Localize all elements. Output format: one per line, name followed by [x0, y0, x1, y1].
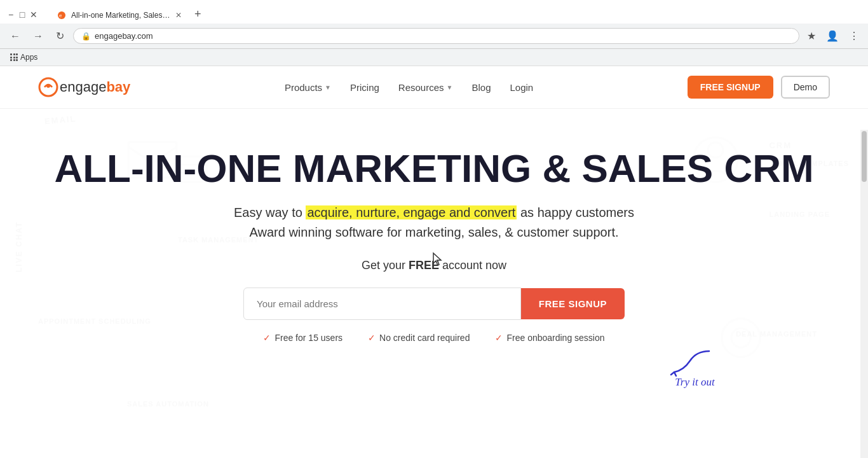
- hero-subtitle-pre: Easy way to: [234, 205, 306, 219]
- try-it-text: Try it out: [674, 376, 715, 389]
- nav-products-label: Products: [285, 82, 322, 93]
- bookmark-star-button[interactable]: ★: [804, 27, 818, 45]
- logo-text: engagebay: [60, 79, 130, 95]
- forward-button[interactable]: →: [29, 28, 47, 45]
- logo-icon: [38, 77, 58, 97]
- nav-actions: FREE SIGNUP Demo: [688, 76, 830, 99]
- tab-close-button[interactable]: ✕: [175, 11, 182, 20]
- maximize-button[interactable]: □: [18, 10, 27, 19]
- try-it-out-annotation: Try it out: [665, 348, 715, 389]
- benefit-item-1: ✓ No credit card required: [368, 333, 470, 343]
- window-controls[interactable]: − □ ✕: [6, 10, 38, 19]
- benefit-item-2: ✓ Free onboarding session: [495, 333, 604, 343]
- lock-icon: 🔒: [81, 32, 91, 41]
- hero-subtitle: Easy way to acquire, nurture, engage and…: [13, 205, 855, 220]
- close-button[interactable]: ✕: [29, 10, 38, 19]
- nav-products[interactable]: Products ▼: [285, 82, 331, 93]
- tab-title: All-in-one Marketing, Sales, Supp...: [71, 11, 170, 20]
- hero-subtitle2: Award winning software for marketing, sa…: [13, 225, 855, 240]
- new-tab-button[interactable]: +: [189, 5, 207, 24]
- browser-chrome: − □ ✕ e All-in-one Marketing, Sales, Sup…: [0, 0, 868, 66]
- resources-chevron-icon: ▼: [447, 84, 453, 91]
- free-signup-button[interactable]: FREE SIGNUP: [688, 76, 773, 99]
- browser-titlebar: − □ ✕ e All-in-one Marketing, Sales, Sup…: [0, 0, 868, 24]
- apps-grid-icon: [10, 53, 18, 61]
- check-icon-2: ✓: [495, 333, 503, 343]
- hero-title: ALL-IN-ONE MARKETING & SALES CRM: [13, 147, 855, 190]
- email-input[interactable]: [243, 288, 521, 320]
- svg-point-3: [46, 84, 50, 88]
- profile-button[interactable]: 👤: [824, 27, 841, 45]
- website-content: engagebay Products ▼ Pricing Resources ▼…: [0, 66, 868, 458]
- try-it-arrow-icon: [665, 348, 715, 377]
- nav-resources[interactable]: Resources ▼: [398, 82, 453, 93]
- bg-label-sales: SALES AUTOMATION: [127, 400, 209, 408]
- reload-button[interactable]: ↻: [52, 27, 68, 45]
- active-tab[interactable]: e All-in-one Marketing, Sales, Supp... ✕: [50, 7, 189, 24]
- demo-button[interactable]: Demo: [781, 76, 830, 99]
- hero-signup-button[interactable]: FREE SIGNUP: [521, 288, 625, 319]
- logo-text-before: engage: [60, 79, 106, 95]
- nav-blog[interactable]: Blog: [471, 82, 491, 93]
- bg-label-email: EMAIL: [44, 114, 77, 126]
- cta-post: account now: [439, 259, 506, 272]
- menu-button[interactable]: ⋮: [846, 27, 862, 45]
- logo[interactable]: engagebay: [38, 77, 130, 97]
- toolbar-right: ★ 👤 ⋮: [804, 27, 862, 45]
- hero-section: EMAIL CRM LIVE CHAT APPOINTMENT SCHEDULI…: [0, 109, 868, 440]
- benefit-text-0: Free for 15 users: [275, 333, 342, 343]
- tab-bar: e All-in-one Marketing, Sales, Supp... ✕…: [43, 5, 213, 24]
- hero-subtitle-post: as happy customers: [517, 205, 634, 219]
- nav-login[interactable]: Login: [510, 82, 533, 93]
- bg-label-appt: APPOINTMENT SCHEDULING: [38, 317, 151, 325]
- benefits-list: ✓ Free for 15 users ✓ No credit card req…: [13, 333, 855, 343]
- tab-favicon: e: [57, 11, 66, 20]
- cta-bold: FREE: [409, 259, 439, 272]
- benefit-text-2: Free onboarding session: [506, 333, 604, 343]
- nav-pricing-label: Pricing: [350, 82, 379, 93]
- nav-resources-label: Resources: [398, 82, 444, 93]
- signup-form: FREE SIGNUP: [243, 288, 625, 320]
- bookmarks-bar: Apps: [0, 49, 868, 66]
- apps-bookmark[interactable]: Apps: [6, 52, 41, 63]
- navbar: engagebay Products ▼ Pricing Resources ▼…: [0, 66, 868, 109]
- logo-text-after: bay: [106, 79, 130, 95]
- check-icon-0: ✓: [263, 333, 271, 343]
- url-text: engagebay.com: [95, 31, 153, 41]
- check-icon-1: ✓: [368, 333, 376, 343]
- address-bar[interactable]: 🔒 engagebay.com: [73, 28, 799, 44]
- nav-links: Products ▼ Pricing Resources ▼ Blog Logi…: [285, 82, 533, 93]
- nav-login-label: Login: [510, 82, 533, 93]
- products-chevron-icon: ▼: [325, 84, 331, 91]
- benefit-item-0: ✓ Free for 15 users: [263, 333, 342, 343]
- svg-text:e: e: [59, 13, 62, 18]
- benefit-text-1: No credit card required: [379, 333, 470, 343]
- hero-subtitle-highlight: acquire, nurture, engage and convert: [306, 205, 517, 219]
- scrollbar-thumb[interactable]: [862, 131, 867, 182]
- nav-blog-label: Blog: [471, 82, 491, 93]
- minimize-button[interactable]: −: [6, 10, 15, 19]
- hero-cta-text: Get your FREE account now: [13, 259, 855, 272]
- cta-pre: Get your: [362, 259, 409, 272]
- browser-toolbar: ← → ↻ 🔒 engagebay.com ★ 👤 ⋮: [0, 24, 868, 49]
- back-button[interactable]: ←: [6, 28, 24, 45]
- nav-pricing[interactable]: Pricing: [350, 82, 379, 93]
- scrollbar[interactable]: [860, 130, 868, 458]
- apps-label: Apps: [20, 53, 37, 62]
